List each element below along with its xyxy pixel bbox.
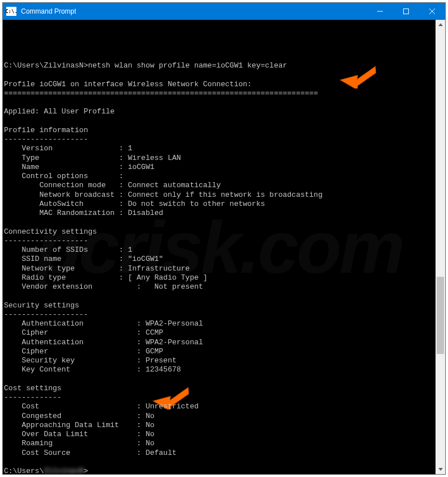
final-prompt-username-blurred: ZilvinasN — [44, 467, 83, 474]
minimize-button[interactable] — [367, 3, 393, 20]
final-prompt-suffix: > — [83, 467, 88, 474]
chevron-up-icon — [438, 23, 443, 26]
titlebar[interactable]: C:\. Command Prompt — [3, 3, 445, 20]
chevron-down-icon — [438, 468, 443, 471]
vertical-scrollbar[interactable] — [436, 20, 445, 474]
svg-marker-5 — [438, 468, 443, 471]
command-prompt-window: C:\. Command Prompt pcrisk.com C:\Users\… — [2, 2, 446, 475]
terminal-output[interactable]: pcrisk.com C:\Users\ZilvinasN>netsh wlan… — [3, 20, 436, 474]
final-prompt-prefix: C:\Users\ — [4, 467, 44, 474]
maximize-icon — [403, 9, 409, 14]
minimize-icon — [377, 9, 383, 14]
scroll-up-button[interactable] — [436, 20, 445, 29]
svg-rect-1 — [404, 9, 409, 14]
cmd-icon: C:\. — [6, 7, 16, 16]
maximize-button[interactable] — [393, 3, 419, 20]
svg-marker-4 — [438, 23, 443, 26]
close-icon — [429, 9, 435, 14]
scroll-thumb[interactable] — [437, 277, 444, 354]
scroll-down-button[interactable] — [436, 465, 445, 474]
close-button[interactable] — [419, 3, 445, 20]
window-title: Command Prompt — [20, 7, 367, 15]
